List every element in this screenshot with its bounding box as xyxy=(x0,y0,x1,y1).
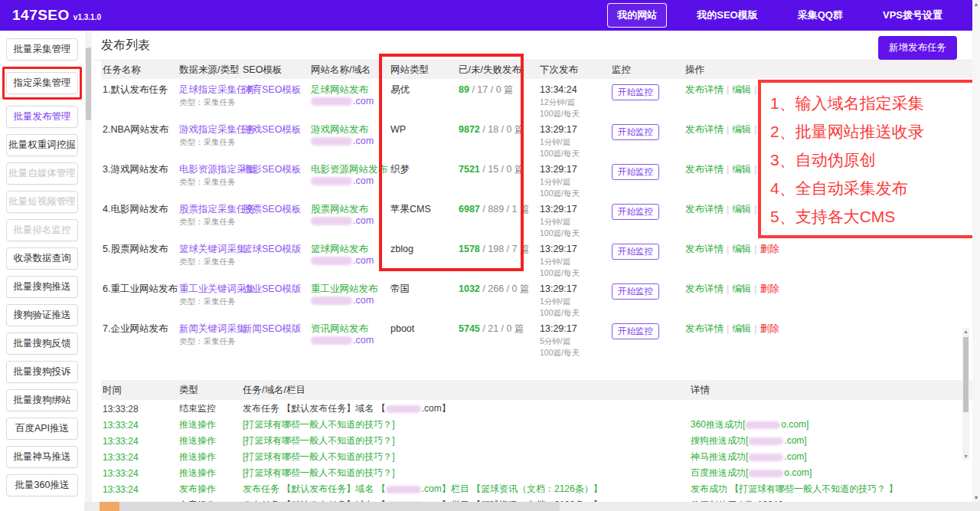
template-link[interactable]: 体育SEO模板 xyxy=(243,84,306,96)
template-link[interactable]: 篮球SEO模版 xyxy=(243,244,306,255)
edit-link[interactable]: 编辑 xyxy=(732,323,751,334)
actions-cell: 发布详情|编辑|删除 xyxy=(684,278,972,318)
sidebar-item-14[interactable]: 批量神马推送 xyxy=(6,446,78,468)
publish-col-header-6: 下次发布 xyxy=(538,61,610,79)
publish-rate: 12分钟/篇 xyxy=(540,97,607,107)
page-title: 发布列表 xyxy=(101,38,150,54)
start-monitor-button[interactable]: 开始监控 xyxy=(612,124,659,140)
log-task: [打篮球有哪些一般人不知道的技巧？] xyxy=(241,416,689,432)
next-publish-time: 13:29:17 xyxy=(540,204,607,215)
template-link[interactable]: 游戏SEO模板 xyxy=(243,124,306,136)
start-monitor-button[interactable]: 开始监控 xyxy=(612,283,659,300)
daily-limit: 100篇/每天 xyxy=(540,109,607,119)
edit-link[interactable]: 编辑 xyxy=(732,283,751,294)
template-link[interactable]: 企业SEO模版 xyxy=(243,283,306,295)
publish-detail-link[interactable]: 发布详情 xyxy=(685,164,724,175)
sidebar-item-3[interactable]: 批量权重词挖掘 xyxy=(6,134,78,156)
action-separator: | xyxy=(727,283,729,294)
source-link[interactable]: 电影资源指定采集 xyxy=(179,164,238,175)
new-publish-task-button[interactable]: 新增发布任务 xyxy=(878,36,957,60)
page-horizontal-scrollbar[interactable] xyxy=(84,502,980,511)
sidebar-item-11[interactable]: 批量搜狗投诉 xyxy=(6,361,78,383)
page-scroll-down-icon[interactable]: ▼ xyxy=(972,495,980,500)
start-monitor-button[interactable]: 开始监控 xyxy=(612,323,659,339)
sidebar-item-13[interactable]: 百度API推送 xyxy=(6,418,78,440)
template-link[interactable]: 新闻SEO模版 xyxy=(243,323,306,335)
source-link[interactable]: 足球指定采集任务 xyxy=(179,84,238,96)
sidebar-scrollbar-thumb[interactable] xyxy=(86,47,91,120)
site-cell: 股票网站发布.com xyxy=(309,198,389,238)
source-link[interactable]: 篮球关键词采集 xyxy=(179,244,238,255)
log-scroll-down-icon[interactable]: ▼ xyxy=(962,454,969,459)
next-publish-time: 13:29:17 xyxy=(540,323,607,335)
log-detail xyxy=(689,400,972,416)
sidebar-item-2[interactable]: 批量发布管理 xyxy=(6,106,78,128)
sidebar-item-10[interactable]: 批量搜狗反馈 xyxy=(6,332,78,355)
publish-detail-link[interactable]: 发布详情 xyxy=(685,283,724,294)
page-scroll-up-icon[interactable]: ▲ xyxy=(972,2,980,7)
sidebar-item-15[interactable]: 批量360推送 xyxy=(6,474,78,496)
source-link[interactable]: 游戏指定采集任务 xyxy=(179,124,238,136)
blurred-domain xyxy=(311,336,352,345)
log-col-header-3: 详情 xyxy=(689,380,972,400)
publish-detail-link[interactable]: 发布详情 xyxy=(685,124,724,135)
sidebar-item-9[interactable]: 搜狗验证推送 xyxy=(6,304,78,326)
next-publish-time: 13:29:17 xyxy=(540,244,607,255)
next-publish-cell: 13:29:171分钟/篇100篇/每天 xyxy=(538,119,610,159)
header-tab-1[interactable]: 我的SEO模版 xyxy=(687,3,767,28)
log-row: 13:33:24发布操作发布任务 【默认发布任务】域名 【.com】栏目 【篮球… xyxy=(101,480,972,496)
template-link[interactable]: 电影SEO模板 xyxy=(243,164,306,175)
site-name: 游戏网站发布 xyxy=(311,124,386,136)
sidebar-item-0[interactable]: 批量采集管理 xyxy=(6,38,78,61)
delete-link[interactable]: 删除 xyxy=(760,283,779,294)
publish-col-header-2: SEO模板 xyxy=(241,61,309,79)
sidebar-item-8[interactable]: 批量搜狗推送 xyxy=(6,276,78,298)
source-type-label: 类型：采集任务 xyxy=(179,296,238,306)
log-task: 发布任务 【默认发布任务】域名 【.com】 xyxy=(241,400,689,416)
start-monitor-button[interactable]: 开始监控 xyxy=(612,164,659,180)
log-table-header-row: 时间类型任务/域名/栏目详情 xyxy=(101,380,972,400)
edit-link[interactable]: 编辑 xyxy=(732,84,751,95)
data-source-cell: 电影资源指定采集类型：采集任务 xyxy=(178,159,241,198)
horizontal-scrollbar-thumb[interactable] xyxy=(119,502,560,511)
main-content: 发布列表 新增发布任务 任务名称数据来源/类型SEO模板网站名称/域名网站类型已… xyxy=(93,31,972,502)
edit-link[interactable]: 编辑 xyxy=(732,204,751,215)
log-scroll-up-icon[interactable]: ▲ xyxy=(962,329,969,334)
start-monitor-button[interactable]: 开始监控 xyxy=(612,204,659,220)
log-type: 结束监控 xyxy=(178,400,241,416)
sidebar-item-1[interactable]: 指定采集管理 xyxy=(6,72,78,94)
template-link[interactable]: 股票SEO模板 xyxy=(243,204,306,215)
remaining-failed-count: / 21 / 0 篇 xyxy=(480,323,524,334)
header-tab-2[interactable]: 采集QQ群 xyxy=(788,3,853,28)
actions-cell: 发布详情|编辑|删除 xyxy=(684,238,972,278)
edit-link[interactable]: 编辑 xyxy=(732,124,751,135)
source-link[interactable]: 新闻关键词采集 xyxy=(179,323,238,335)
log-scrollbar-thumb[interactable] xyxy=(963,337,969,412)
edit-link[interactable]: 编辑 xyxy=(732,164,751,175)
start-monitor-button[interactable]: 开始监控 xyxy=(612,244,659,260)
source-link[interactable]: 股票指定采集任务 xyxy=(179,204,238,215)
publish-detail-link[interactable]: 发布详情 xyxy=(685,204,724,215)
domain-suffix: .com xyxy=(353,215,374,226)
app-version: v1.3.1.0 xyxy=(74,13,101,21)
daily-limit: 100篇/每天 xyxy=(540,149,607,159)
log-scrollbar[interactable]: ▲ ▼ xyxy=(962,328,969,460)
log-row: 13:33:24推送操作[打篮球有哪些一般人不知道的技巧？]百度推送成功[o.c… xyxy=(101,464,972,480)
page-vertical-scrollbar[interactable]: ▲ ▼ xyxy=(972,0,980,502)
publish-detail-link[interactable]: 发布详情 xyxy=(685,84,724,95)
publish-detail-link[interactable]: 发布详情 xyxy=(685,244,724,254)
start-monitor-button[interactable]: 开始监控 xyxy=(612,84,659,100)
blurred-domain xyxy=(311,97,352,106)
delete-link[interactable]: 删除 xyxy=(760,244,779,254)
sidebar-item-7[interactable]: 收录数据查询 xyxy=(6,247,78,270)
next-publish-cell: 13:29:171分钟/篇100篇/每天 xyxy=(538,198,610,238)
sidebar-scrollbar[interactable]: ▼ xyxy=(85,31,92,511)
edit-link[interactable]: 编辑 xyxy=(732,244,751,254)
header-tab-0[interactable]: 我的网站 xyxy=(607,3,667,28)
header-tab-3[interactable]: VPS拨号设置 xyxy=(873,3,952,28)
sidebar-item-12[interactable]: 批量搜狗绑站 xyxy=(6,389,78,411)
delete-link[interactable]: 删除 xyxy=(760,323,779,334)
source-link[interactable]: 重工业关键词采集 xyxy=(179,283,238,295)
data-source-cell: 重工业关键词采集类型：采集任务 xyxy=(178,278,241,318)
publish-detail-link[interactable]: 发布详情 xyxy=(685,323,724,334)
